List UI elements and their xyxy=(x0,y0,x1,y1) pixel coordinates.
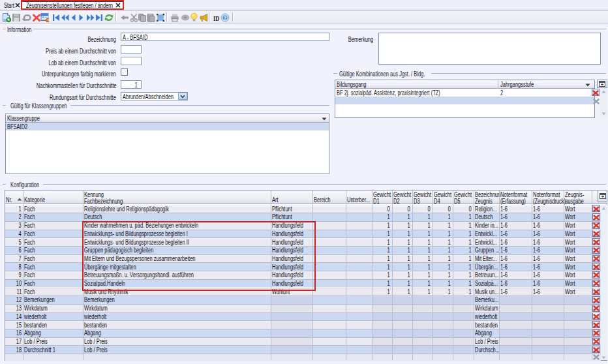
svg-text:?: ? xyxy=(224,15,227,21)
